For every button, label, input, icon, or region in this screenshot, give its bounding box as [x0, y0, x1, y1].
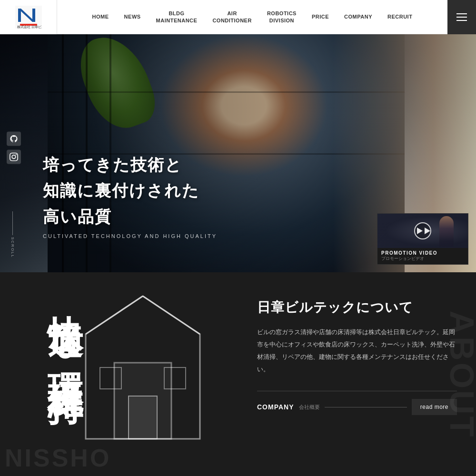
hamburger-menu[interactable] — [447, 0, 476, 34]
about-right-panel: ABOUT 日章ビルテックについて ビルの窓ガラス清掃や店舗の床清掃等は株式会社… — [238, 272, 476, 476]
nav-air-line1: AIR — [227, 10, 237, 17]
promo-label-area: PROMOTION VIDEO プロモーションビデオ — [377, 248, 468, 264]
hero-heading: 培ってきた技術と 知識に裏付けされた 高い品質 — [43, 152, 217, 229]
nav-item-robotics[interactable]: ROBOTICS DIVISION — [259, 0, 304, 34]
about-section: 快適な環境維持 NISSHO ABOUT 日章ビルテックについて ビルの — [0, 272, 476, 476]
scroll-hint: SCROLL — [10, 211, 15, 258]
svg-text:株式会社 日章ビルテック: 株式会社 日章ビルテック — [17, 25, 42, 29]
about-kanji-text: 快適な環境維持 — [48, 287, 83, 367]
line-logo — [10, 135, 18, 143]
about-title: 日章ビルテックについて — [257, 298, 457, 317]
promo-video-thumbnail[interactable]: PROMOTION VIDEO プロモーションビデオ — [377, 213, 468, 265]
hero-text-block: 培ってきた技術と 知識に裏付けされた 高い品質 CULTIVATED TECHN… — [43, 152, 217, 239]
promo-video-title: PROMOTION VIDEO — [381, 250, 464, 256]
play-button[interactable] — [414, 222, 431, 239]
site-header: 株式会社 日章ビルテック HOME NEWS BLDG MAINTENANCE … — [0, 0, 476, 34]
about-left-panel: 快適な環境維持 NISSHO — [0, 272, 238, 476]
hamburger-line3 — [456, 20, 467, 21]
nav-item-recruit[interactable]: RECRUIT — [380, 0, 420, 34]
promo-video-subtitle: プロモーションビデオ — [381, 256, 464, 262]
scroll-text: SCROLL — [10, 237, 15, 258]
nav-item-bldg[interactable]: BLDG MAINTENANCE — [149, 0, 205, 34]
company-sub-label: 会社概要 — [299, 404, 320, 411]
play-triangle — [417, 228, 423, 234]
svg-rect-7 — [129, 396, 157, 439]
logo-icon: 株式会社 日章ビルテック — [15, 6, 42, 29]
nav-item-home[interactable]: HOME — [85, 0, 117, 34]
hero-section: SCROLL 培ってきた技術と 知識に裏付けされた 高い品質 CULTIVATE… — [0, 34, 476, 272]
nav-air-line2: CONDITIONER — [212, 17, 252, 24]
company-info-row: COMPANY 会社概要 read more — [257, 391, 457, 415]
nav-bldg-line1: BLDG — [169, 10, 184, 17]
nav-bldg-line2: MAINTENANCE — [156, 17, 198, 24]
hamburger-line2 — [456, 17, 467, 18]
hero-line3: 高い品質 — [43, 204, 217, 229]
nav-robotics-line2: DIVISION — [269, 17, 294, 24]
company-divider-line — [325, 407, 407, 407]
nav-item-company[interactable]: COMPANY — [337, 0, 380, 34]
social-bar — [7, 132, 21, 164]
about-watermark: ABOUT — [443, 311, 476, 439]
about-description: ビルの窓ガラス清掃や店舗の床清掃等は株式会社日章ビルテック。延岡市を中心にオフィ… — [257, 326, 457, 376]
main-nav: HOME NEWS BLDG MAINTENANCE AIR CONDITION… — [57, 0, 447, 34]
promo-thumb-bg — [377, 214, 468, 248]
instagram-icon[interactable] — [7, 150, 21, 164]
nav-robotics-line1: ROBOTICS — [267, 10, 297, 17]
instagram-logo — [10, 153, 18, 161]
company-label: COMPANY — [257, 403, 294, 411]
scroll-line — [12, 211, 13, 235]
line-icon[interactable] — [7, 132, 21, 146]
nav-item-air[interactable]: AIR CONDITIONER — [205, 0, 259, 34]
nav-item-price[interactable]: PRICE — [304, 0, 337, 34]
building-graphic — [76, 287, 209, 458]
hamburger-line1 — [456, 13, 467, 14]
hero-subtitle: CULTIVATED TECHNOLOGY AND HIGH QUALITY — [43, 233, 217, 239]
hero-line2: 知識に裏付けされた — [43, 178, 217, 203]
svg-rect-3 — [32, 9, 35, 22]
nav-item-news[interactable]: NEWS — [117, 0, 149, 34]
hero-line1: 培ってきた技術と — [43, 152, 217, 178]
logo-box[interactable]: 株式会社 日章ビルテック — [0, 0, 57, 34]
